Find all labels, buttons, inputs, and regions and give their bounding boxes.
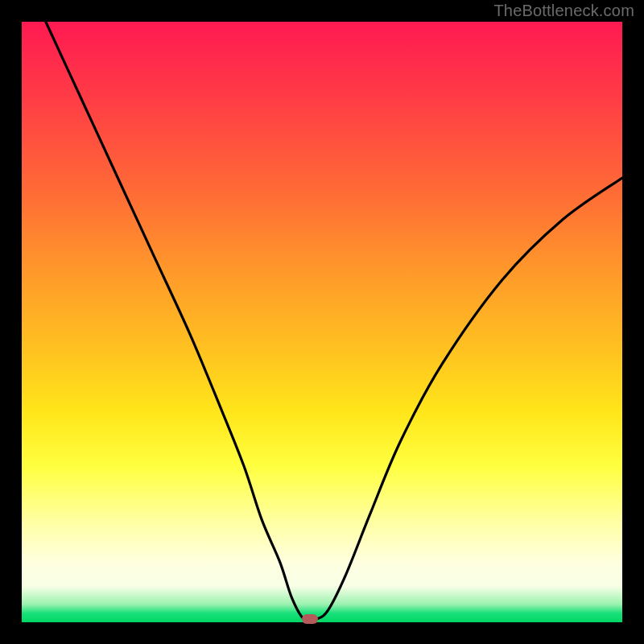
chart-frame: TheBottleneck.com	[0, 0, 644, 644]
watermark-text: TheBottleneck.com	[493, 2, 634, 20]
bottleneck-curve	[22, 22, 622, 622]
optimum-marker	[302, 614, 318, 624]
plot-area	[22, 22, 622, 622]
